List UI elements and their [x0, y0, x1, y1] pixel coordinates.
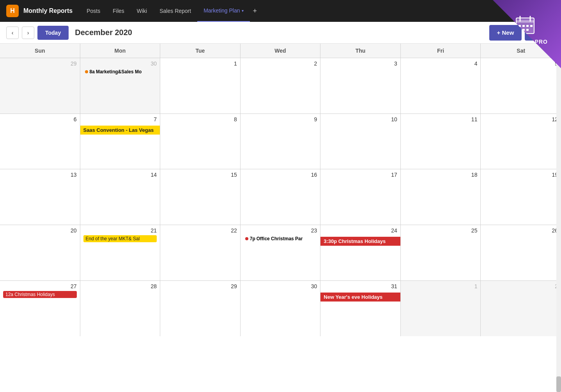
day-header-fri: Fri	[401, 44, 481, 58]
event-office-christmas[interactable]: 7p Office Christmas Par	[244, 235, 317, 242]
calendar-cell-dec2[interactable]: 2	[241, 58, 321, 114]
calendar-cell-dec13[interactable]: 13	[0, 169, 80, 225]
event-christmas-holidays-24[interactable]: 3:30p Christmas Holidays	[320, 237, 401, 246]
nav-tab-files[interactable]: Files	[106, 0, 131, 22]
cell-date: 13	[3, 172, 77, 178]
cell-date: 5	[484, 60, 558, 67]
cell-date: 10	[324, 116, 397, 122]
calendar-cell-dec7[interactable]: 7 Saas Convention - Las Vegas	[80, 114, 161, 169]
svg-rect-10	[526, 29, 529, 31]
nav-tab-wiki[interactable]: Wiki	[131, 0, 153, 22]
calendar-cell-dec20[interactable]: 20	[0, 225, 80, 280]
nav-tab-sales-report[interactable]: Sales Report	[153, 0, 197, 22]
calendar-cell-dec28[interactable]: 28	[80, 281, 161, 337]
nav-tab-marketing-plan[interactable]: Marketing Plan ▾	[197, 0, 250, 22]
cell-date: 26	[484, 227, 558, 234]
nav-tab-posts[interactable]: Posts	[80, 0, 106, 22]
cell-date: 27	[3, 283, 77, 289]
calendar-cell-dec23[interactable]: 23 7p Office Christmas Par	[241, 225, 321, 280]
calendar-week-2: 6 7 Saas Convention - Las Vegas 8 9 10	[0, 114, 561, 170]
cell-date: 15	[163, 172, 237, 178]
calendar-cell-dec11[interactable]: 11	[401, 114, 481, 169]
calendar-cell-dec12[interactable]: 12	[481, 114, 561, 169]
calendar-cell-dec9[interactable]: 9	[241, 114, 321, 169]
calendar-cell-dec6[interactable]: 6	[0, 114, 80, 169]
event-saas-convention[interactable]: Saas Convention - Las Vegas	[80, 126, 161, 135]
calendar-cell-dec30[interactable]: 30	[241, 281, 321, 337]
event-dot	[85, 70, 88, 73]
calendar-cell-dec14[interactable]: 14	[80, 169, 161, 225]
month-title: December 2020	[75, 28, 132, 37]
chevron-down-icon: ▾	[242, 9, 244, 13]
cell-date: 28	[83, 283, 157, 289]
svg-rect-7	[530, 25, 533, 27]
cell-date: 23	[244, 227, 317, 234]
calendar-body: 29 30 8a Marketing&Sales Mo 1 2	[0, 58, 561, 392]
calendar-cell-nov29[interactable]: 29	[0, 58, 80, 114]
calendar-grid: Sun Mon Tue Wed Thu Fri Sat 29 30 8a	[0, 44, 561, 392]
cell-date: 18	[404, 172, 478, 178]
event-title: Office Christmas Par	[257, 236, 303, 241]
calendar-cell-dec4[interactable]: 4	[401, 58, 481, 114]
cell-date: 30	[244, 283, 317, 289]
next-month-button[interactable]: ›	[22, 27, 34, 39]
today-button[interactable]: Today	[37, 26, 69, 40]
top-nav: H Monthly Reports Posts Files Wiki Sales…	[0, 0, 561, 22]
calendar-cell-dec16[interactable]: 16	[241, 169, 321, 225]
calendar-week-4: 20 21 End of the year MKT& Sal 22 23 7p …	[0, 225, 561, 281]
event-marketing-sales[interactable]: 8a Marketing&Sales Mo	[83, 68, 157, 75]
svg-rect-6	[526, 25, 529, 27]
calendar-cell-dec21[interactable]: 21 End of the year MKT& Sal	[80, 225, 161, 280]
calendar-cell-dec31[interactable]: 31 New Year's eve Holidays	[320, 281, 401, 337]
day-header-mon: Mon	[80, 44, 161, 58]
calendar-cell-nov30[interactable]: 30 8a Marketing&Sales Mo	[80, 58, 161, 114]
cell-date: 1	[404, 283, 478, 289]
calendar-cell-dec22[interactable]: 22	[160, 225, 241, 280]
event-time: 7p	[250, 236, 255, 241]
calendar-cell-dec10[interactable]: 10	[320, 114, 401, 169]
calendar-cell-dec25[interactable]: 25	[401, 225, 481, 280]
prev-month-button[interactable]: ‹	[6, 27, 19, 39]
cell-date: 8	[163, 116, 237, 122]
cell-date: 29	[3, 60, 77, 67]
cell-date: 20	[3, 227, 77, 234]
calendar-cell-dec26[interactable]: 26	[481, 225, 561, 280]
calendar-cell-dec17[interactable]: 17	[320, 169, 401, 225]
cell-date: 12	[484, 116, 558, 122]
calendar-cell-dec1[interactable]: 1	[160, 58, 241, 114]
calendar-cell-dec24[interactable]: 24 3:30p Christmas Holidays	[320, 225, 401, 280]
cell-date: 17	[324, 172, 397, 178]
app-icon: H	[6, 5, 19, 17]
calendar-cell-jan2[interactable]: 2	[481, 281, 561, 337]
cell-date: 14	[83, 172, 157, 178]
cell-date: 25	[404, 227, 478, 234]
calendar-cell-dec29[interactable]: 29	[160, 281, 241, 337]
calendar-cell-dec5[interactable]: 5	[481, 58, 561, 114]
cell-date: 2	[244, 60, 317, 67]
event-christmas-holidays-27[interactable]: 12a Christmas Holidays	[3, 291, 77, 298]
calendar-cell-dec27[interactable]: 27 12a Christmas Holidays	[0, 281, 80, 337]
day-header-sun: Sun	[0, 44, 80, 58]
cell-date: 30	[83, 60, 157, 67]
cell-date: 7	[83, 116, 157, 122]
nav-add-tab-button[interactable]: +	[250, 7, 260, 15]
calendar-cell-dec15[interactable]: 15	[160, 169, 241, 225]
calendar-cell-jan1[interactable]: 1	[401, 281, 481, 337]
calendar-cell-dec18[interactable]: 18	[401, 169, 481, 225]
event-title: Marketing&Sales Mo	[96, 69, 142, 74]
day-header-wed: Wed	[241, 44, 321, 58]
scrollbar-thumb[interactable]	[556, 376, 561, 392]
cell-date: 1	[163, 60, 237, 67]
new-event-button[interactable]: + New	[489, 25, 522, 41]
event-end-of-year[interactable]: End of the year MKT& Sal	[83, 235, 157, 242]
event-new-years-eve[interactable]: New Year's eve Holidays	[320, 293, 401, 302]
app-title: Monthly Reports	[23, 7, 73, 14]
calendar-cell-dec19[interactable]: 19	[481, 169, 561, 225]
cell-date: 29	[163, 283, 237, 289]
calendar-cell-dec8[interactable]: 8	[160, 114, 241, 169]
cell-date: 16	[244, 172, 317, 178]
cell-date: 6	[3, 116, 77, 122]
app-container: H Monthly Reports Posts Files Wiki Sales…	[0, 0, 561, 392]
cell-date: 3	[324, 60, 397, 67]
calendar-cell-dec3[interactable]: 3	[320, 58, 401, 114]
